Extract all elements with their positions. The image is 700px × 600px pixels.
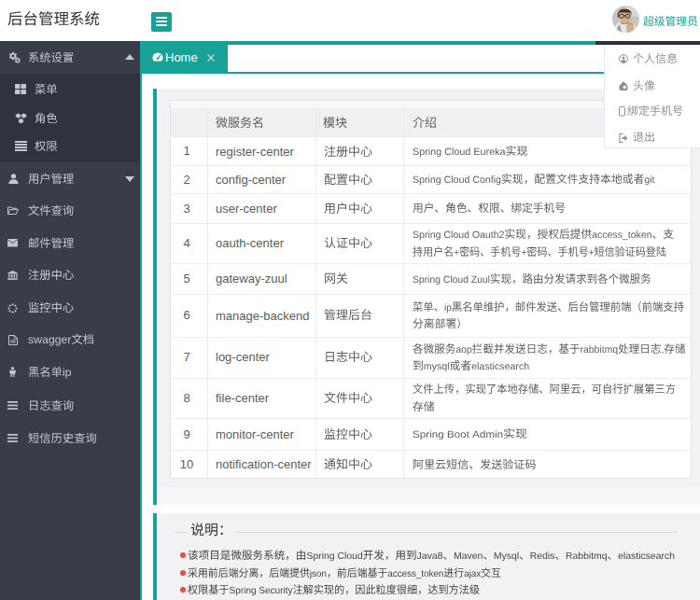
svg-text:1: 1 <box>183 144 189 158</box>
svg-text:oauth-center: oauth-center <box>216 236 285 250</box>
svg-text:file-center: file-center <box>216 391 270 405</box>
svg-text:2: 2 <box>183 173 189 187</box>
svg-text:Home: Home <box>165 50 198 64</box>
svg-text:gateway-zuul: gateway-zuul <box>216 272 287 286</box>
svg-text:7: 7 <box>183 350 189 364</box>
svg-text:user-center: user-center <box>216 202 277 216</box>
svg-text:manage-backend: manage-backend <box>216 309 309 323</box>
svg-text:3: 3 <box>183 202 189 216</box>
svg-text:config-center: config-center <box>216 173 287 187</box>
svg-text:6: 6 <box>183 308 189 322</box>
svg-text:register-center: register-center <box>216 145 294 159</box>
svg-text:5: 5 <box>183 272 189 286</box>
svg-text:9: 9 <box>183 427 189 441</box>
svg-text:monitor-center: monitor-center <box>216 427 294 441</box>
svg-text:4: 4 <box>183 236 189 250</box>
svg-text:10: 10 <box>179 457 192 471</box>
svg-text:8: 8 <box>183 391 189 405</box>
svg-text:log-center: log-center <box>216 350 270 364</box>
svg-text:notification-center: notification-center <box>216 457 312 471</box>
